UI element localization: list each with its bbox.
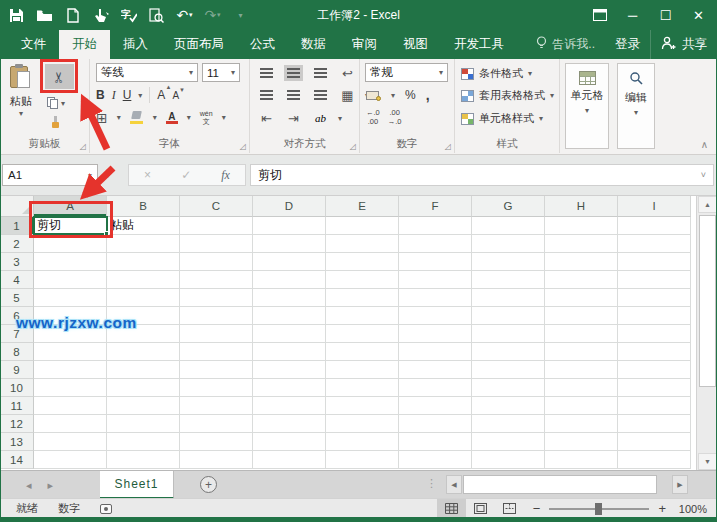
tell-me-button[interactable]: 告诉我.. xyxy=(526,30,605,59)
name-box-dropdown-icon[interactable]: ▾ xyxy=(88,171,92,180)
hscroll-right-icon[interactable]: ▶ xyxy=(672,475,688,494)
orientation-button[interactable]: ab xyxy=(311,110,330,126)
cell-B13[interactable] xyxy=(107,433,180,451)
column-header-E[interactable]: E xyxy=(326,196,399,217)
cell-C4[interactable] xyxy=(180,271,253,289)
cell-D6[interactable] xyxy=(253,307,326,325)
close-button[interactable]: ✕ xyxy=(682,0,715,30)
cell-B5[interactable] xyxy=(107,289,180,307)
fill-color-dropdown-icon[interactable]: ▾ xyxy=(153,113,157,122)
enter-icon[interactable]: ✓ xyxy=(181,168,191,182)
paste-button[interactable]: 粘贴 ▾ xyxy=(4,64,38,138)
cell-G11[interactable] xyxy=(472,397,545,415)
macro-record-icon[interactable] xyxy=(100,504,112,514)
cell-I1[interactable] xyxy=(618,217,691,235)
align-center-button[interactable] xyxy=(284,87,303,103)
merge-center-button[interactable]: ▦ xyxy=(338,87,357,103)
cell-F11[interactable] xyxy=(399,397,472,415)
zoom-slider-handle[interactable] xyxy=(595,503,602,515)
scrollbar-resize-grip[interactable]: ⋮ xyxy=(426,477,437,490)
cell-F10[interactable] xyxy=(399,379,472,397)
cell-I5[interactable] xyxy=(618,289,691,307)
cell-D12[interactable] xyxy=(253,415,326,433)
row-header-10[interactable]: 10 xyxy=(0,379,34,397)
cell-H3[interactable] xyxy=(545,253,618,271)
decrease-decimal-button[interactable]: .00 →.0 xyxy=(388,109,402,126)
row-header-13[interactable]: 13 xyxy=(0,433,34,451)
cell-F14[interactable] xyxy=(399,451,472,469)
hscroll-left-icon[interactable]: ◀ xyxy=(446,475,462,494)
name-box[interactable]: A1 ▾ xyxy=(2,164,98,186)
cell-H10[interactable] xyxy=(545,379,618,397)
formula-bar-input[interactable]: 剪切 ˅ xyxy=(250,164,714,186)
editing-dropdown-icon[interactable]: ▾ xyxy=(634,108,638,117)
column-header-A[interactable]: A xyxy=(34,196,107,217)
next-sheet-icon[interactable]: ▸ xyxy=(48,479,54,492)
cell-I12[interactable] xyxy=(618,415,691,433)
cell-A4[interactable] xyxy=(34,271,107,289)
cut-button[interactable]: ✂ xyxy=(45,64,74,89)
cell-H13[interactable] xyxy=(545,433,618,451)
spell-check-icon[interactable]: 字 xyxy=(120,7,137,24)
alignment-dialog-launcher-icon[interactable]: ◿ xyxy=(350,142,356,151)
cell-B1[interactable]: 粘贴 xyxy=(107,217,180,235)
cell-F4[interactable] xyxy=(399,271,472,289)
align-left-button[interactable] xyxy=(257,87,276,103)
cell-G13[interactable] xyxy=(472,433,545,451)
cell-E13[interactable] xyxy=(326,433,399,451)
cells-button[interactable]: 单元格 ▾ xyxy=(565,63,609,149)
bold-button[interactable]: B xyxy=(96,88,105,102)
zoom-out-button[interactable]: − xyxy=(533,501,541,516)
maximize-button[interactable]: ☐ xyxy=(649,0,682,30)
cell-E12[interactable] xyxy=(326,415,399,433)
cell-F9[interactable] xyxy=(399,361,472,379)
number-format-select[interactable]: 常规▾ xyxy=(365,63,448,82)
save-icon[interactable] xyxy=(8,7,25,24)
cell-E3[interactable] xyxy=(326,253,399,271)
cell-B11[interactable] xyxy=(107,397,180,415)
select-all-button[interactable] xyxy=(0,196,34,217)
cell-I13[interactable] xyxy=(618,433,691,451)
cell-G8[interactable] xyxy=(472,343,545,361)
formula-bar-grip[interactable]: ⋮ xyxy=(102,167,113,180)
undo-icon[interactable]: ↶▾ xyxy=(176,7,193,24)
wrap-text-button[interactable]: ↩ xyxy=(338,65,357,81)
cell-I4[interactable] xyxy=(618,271,691,289)
minimize-button[interactable]: ─ xyxy=(616,0,649,30)
cell-H6[interactable] xyxy=(545,307,618,325)
underline-dropdown-icon[interactable]: ▾ xyxy=(138,91,142,100)
cell-F3[interactable] xyxy=(399,253,472,271)
prev-sheet-icon[interactable]: ◂ xyxy=(26,479,32,492)
cell-F13[interactable] xyxy=(399,433,472,451)
vertical-scrollbar-thumb[interactable] xyxy=(699,215,716,387)
format-as-table-button[interactable]: 套用表格格式▾ xyxy=(461,88,554,103)
row-header-11[interactable]: 11 xyxy=(0,397,34,415)
normal-view-icon[interactable] xyxy=(437,499,466,518)
cell-C9[interactable] xyxy=(180,361,253,379)
comma-style-button[interactable]: , xyxy=(426,87,430,103)
row-header-9[interactable]: 9 xyxy=(0,361,34,379)
cells-dropdown-icon[interactable]: ▾ xyxy=(585,106,589,115)
phonetic-dropdown-icon[interactable]: ▾ xyxy=(222,113,226,122)
number-dialog-launcher-icon[interactable]: ◿ xyxy=(445,142,451,151)
cell-C5[interactable] xyxy=(180,289,253,307)
cell-E5[interactable] xyxy=(326,289,399,307)
cell-A8[interactable] xyxy=(34,343,107,361)
row-header-12[interactable]: 12 xyxy=(0,415,34,433)
cell-I11[interactable] xyxy=(618,397,691,415)
tab-审阅[interactable]: 审阅 xyxy=(339,30,390,59)
cell-C1[interactable] xyxy=(180,217,253,235)
cell-D8[interactable] xyxy=(253,343,326,361)
font-color-icon[interactable]: A xyxy=(166,111,178,124)
tab-开始[interactable]: 开始 xyxy=(59,30,110,59)
cell-H11[interactable] xyxy=(545,397,618,415)
horizontal-scrollbar-thumb[interactable] xyxy=(463,475,657,494)
cell-B12[interactable] xyxy=(107,415,180,433)
cell-G4[interactable] xyxy=(472,271,545,289)
cell-C8[interactable] xyxy=(180,343,253,361)
middle-align-button[interactable] xyxy=(284,65,303,81)
cell-A1[interactable]: 剪切 xyxy=(34,217,107,235)
cell-G9[interactable] xyxy=(472,361,545,379)
cell-C12[interactable] xyxy=(180,415,253,433)
cell-B9[interactable] xyxy=(107,361,180,379)
